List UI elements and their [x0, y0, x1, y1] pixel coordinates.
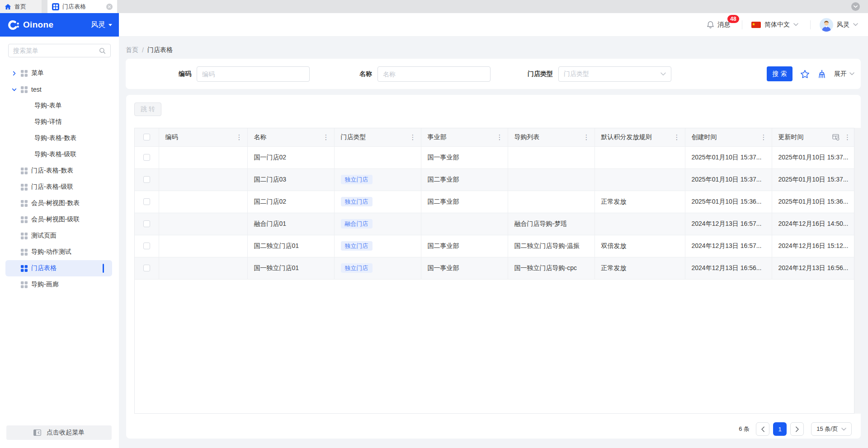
sidebar-item-测试页面[interactable]: 测试页面: [5, 228, 112, 244]
sidebar-item-会员-树视图-数表[interactable]: 会员-树视图-数表: [5, 195, 112, 211]
store-type-badge: 独立门店: [341, 263, 373, 273]
table-row[interactable]: 国二独立门店01独立门店国二事业部国二独立门店导购-温振双倍发放2024年12月…: [135, 235, 854, 257]
sidebar-item-label: 导购-表格-数表: [34, 134, 76, 142]
column-menu-icon[interactable]: ⋮: [495, 134, 504, 140]
sidebar-item-菜单[interactable]: 菜单: [5, 65, 112, 81]
row-checkbox[interactable]: [143, 265, 150, 271]
cell-updated: 2025年01月10日 15:36...: [772, 191, 854, 213]
prev-page-button[interactable]: [756, 422, 769, 436]
column-menu-icon[interactable]: ⋮: [409, 134, 417, 140]
cell-created: 2024年12月13日 16:56...: [685, 257, 772, 279]
column-menu-icon[interactable]: ⋮: [582, 134, 591, 140]
sidebar-item-导购-画廊[interactable]: 导购-画廊: [5, 276, 112, 293]
search-icon[interactable]: [99, 47, 106, 54]
column-menu-icon[interactable]: ⋮: [322, 134, 330, 140]
sidebar-menu: 菜单test导购-表单导购-详情导购-表格-数表导购-表格-级联门店-表格-数表…: [0, 65, 119, 293]
table-row[interactable]: 国二门店03独立门店国二事业部2025年01月10日 15:37...2025年…: [135, 168, 854, 191]
page-size-select[interactable]: 15 条/页: [811, 422, 852, 436]
table-row[interactable]: 国一门店02国一事业部2025年01月10日 15:37...2025年01月1…: [135, 146, 854, 168]
select-all-checkbox[interactable]: [143, 134, 150, 140]
row-checkbox[interactable]: [143, 220, 150, 227]
cell-code: [159, 191, 247, 213]
expand-toggle[interactable]: 展开: [834, 70, 854, 78]
collapse-menu-label: 点击收起菜单: [47, 429, 85, 437]
column-label: 创建时间: [692, 133, 717, 141]
code-input[interactable]: [202, 70, 304, 78]
cell-store_type: 融合门店: [334, 213, 421, 235]
close-icon[interactable]: [106, 4, 113, 10]
sidebar-item-导购-表格-级联[interactable]: 导购-表格-级联: [5, 146, 112, 163]
row-checkbox[interactable]: [143, 176, 150, 183]
sidebar: 菜单test导购-表单导购-详情导购-表格-数表导购-表格-级联门店-表格-数表…: [0, 37, 119, 448]
column-header-门店类型: 门店类型⋮: [334, 128, 421, 146]
tabbar-chevron-circle-icon[interactable]: [851, 2, 860, 11]
search-button[interactable]: 搜 索: [767, 66, 793, 81]
sidebar-item-会员-树视图-级联[interactable]: 会员-树视图-级联: [5, 211, 112, 228]
sidebar-item-导购-详情[interactable]: 导购-详情: [5, 114, 112, 130]
menu-search-box: [8, 44, 111, 57]
cell-rule: [594, 146, 685, 168]
sidebar-item-导购-动作测试[interactable]: 导购-动作测试: [5, 244, 112, 260]
cell-code: [159, 168, 247, 191]
cell-store_type: 独立门店: [334, 235, 421, 257]
content-area: 首页 / 门店表格 编码 名称 门店类型 门店类型 搜 索: [119, 37, 868, 448]
breadcrumb-current: 门店表格: [147, 46, 173, 54]
row-checkbox[interactable]: [143, 243, 150, 249]
store-type-placeholder: 门店类型: [564, 70, 660, 78]
sidebar-item-门店-表格-级联[interactable]: 门店-表格-级联: [5, 179, 112, 195]
column-menu-icon[interactable]: ⋮: [760, 134, 768, 140]
table-row[interactable]: 国二门店02独立门店国二事业部正常发放2025年01月10日 15:36...2…: [135, 191, 854, 213]
row-checkbox-cell: [135, 168, 159, 191]
sidebar-item-test[interactable]: test: [5, 81, 112, 98]
menu-search-input[interactable]: [13, 47, 99, 54]
language-selector[interactable]: 简体中文: [751, 21, 798, 29]
table-scrollbar-track[interactable]: [854, 128, 861, 414]
expand-label: 展开: [834, 70, 847, 78]
sidebar-item-label: test: [31, 86, 42, 93]
next-page-button[interactable]: [790, 422, 804, 436]
collapse-menu-button[interactable]: 点击收起菜单: [6, 425, 112, 440]
avatar: [820, 18, 833, 32]
cell-division: 国一事业部: [421, 257, 508, 279]
column-menu-icon[interactable]: ⋮: [843, 134, 852, 140]
table-row[interactable]: 融合门店01融合门店融合门店导购-梦瑶2024年12月13日 16:57...2…: [135, 213, 854, 235]
breadcrumb: 首页 / 门店表格: [126, 46, 861, 54]
menu-grid-icon: [20, 216, 28, 224]
tab-label: 门店表格: [62, 3, 86, 11]
tab-home[interactable]: 首页: [0, 0, 42, 13]
field-config-icon[interactable]: [832, 134, 840, 140]
tab-store-table[interactable]: 门店表格: [47, 0, 117, 13]
column-menu-icon[interactable]: ⋮: [235, 134, 244, 140]
sidebar-item-导购-表格-数表[interactable]: 导购-表格-数表: [5, 130, 112, 146]
row-checkbox-cell: [135, 191, 159, 213]
store-type-select[interactable]: 门店类型: [558, 66, 671, 82]
chevron-left-icon: [761, 426, 765, 432]
menu-grid-icon: [20, 183, 28, 191]
sidebar-item-门店表格[interactable]: 门店表格: [5, 260, 112, 276]
menu-grid-icon: [20, 281, 28, 289]
name-input[interactable]: [383, 70, 485, 78]
grid-icon: [52, 3, 59, 10]
filter-field-name: 名称: [311, 66, 491, 82]
tab-bar: 首页门店表格: [0, 0, 868, 13]
sidebar-item-门店-表格-数表[interactable]: 门店-表格-数表: [5, 163, 112, 179]
column-menu-icon[interactable]: ⋮: [673, 134, 681, 140]
clear-broom-icon[interactable]: [817, 70, 826, 79]
messages-button[interactable]: 消息 48: [707, 21, 730, 29]
workspace-switcher[interactable]: 风灵: [91, 20, 112, 30]
cell-code: [159, 213, 247, 235]
sidebar-item-导购-表单[interactable]: 导购-表单: [5, 98, 112, 114]
breadcrumb-home[interactable]: 首页: [126, 46, 138, 54]
filter-field-store-type: 门店类型 门店类型: [492, 66, 671, 82]
user-menu[interactable]: 风灵: [820, 18, 858, 32]
table-row[interactable]: 国一独立门店01独立门店国一事业部国一独立门店导购-cpc正常发放2024年12…: [135, 257, 854, 279]
row-checkbox[interactable]: [143, 198, 150, 205]
menu-grid-icon: [20, 70, 28, 77]
row-checkbox[interactable]: [143, 154, 150, 161]
chevron-down-icon[interactable]: [11, 87, 17, 92]
favorite-star-icon[interactable]: [800, 70, 810, 79]
page-number-current[interactable]: 1: [773, 422, 787, 436]
chevron-right-icon[interactable]: [11, 71, 17, 76]
jump-button[interactable]: 跳 转: [134, 103, 161, 116]
cell-division: 国一事业部: [421, 146, 508, 168]
